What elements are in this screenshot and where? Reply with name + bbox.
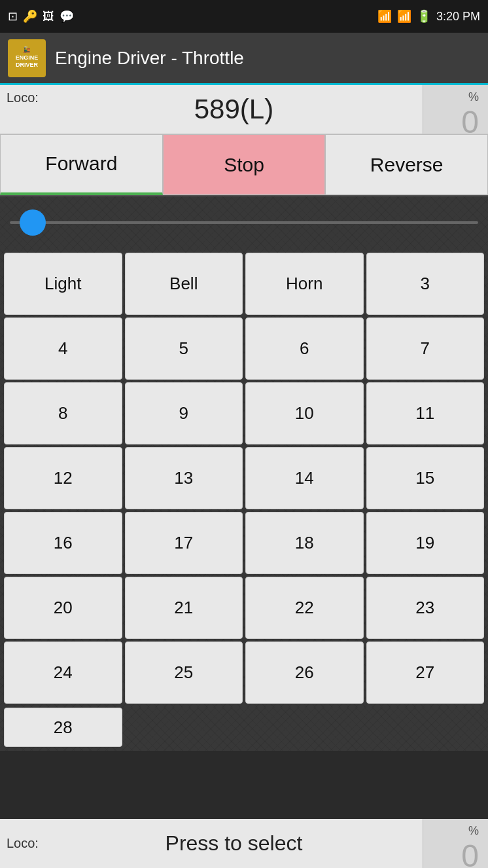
fn-btn-5[interactable]: 5 bbox=[125, 317, 243, 380]
press-to-select: Press to select bbox=[166, 831, 303, 856]
throttle-slider-track[interactable] bbox=[10, 221, 478, 224]
app-icon-1: ⊡ bbox=[8, 9, 18, 24]
fn-btn-6[interactable]: 6 bbox=[245, 317, 364, 380]
clock: 3:20 PM bbox=[436, 10, 480, 24]
fn-btn-27[interactable]: 27 bbox=[366, 642, 485, 704]
loco-label-bottom: Loco: bbox=[7, 836, 39, 851]
throttle-slider-area[interactable] bbox=[0, 196, 488, 249]
fn-btn-14[interactable]: 14 bbox=[245, 447, 364, 509]
fn-btn-12[interactable]: 12 bbox=[4, 447, 122, 509]
fn-btn-28[interactable]: 28 bbox=[4, 708, 122, 747]
fn-btn-11[interactable]: 11 bbox=[366, 382, 485, 444]
fn-btn-23[interactable]: 23 bbox=[366, 577, 485, 639]
fn-btn-21[interactable]: 21 bbox=[125, 577, 243, 639]
loco-right-area-top: % 0 v bbox=[423, 85, 488, 134]
fn-btn-16[interactable]: 16 bbox=[4, 512, 122, 574]
fn-btn-22[interactable]: 22 bbox=[245, 577, 364, 639]
direction-row: Forward Stop Reverse bbox=[0, 134, 488, 196]
fn-btn-bell[interactable]: Bell bbox=[125, 253, 243, 315]
fn-btn-20[interactable]: 20 bbox=[4, 577, 122, 639]
loco-label-top: Loco: bbox=[7, 90, 39, 105]
app-logo: 🚂ENGINEDRIVER bbox=[8, 39, 46, 77]
function-grid: Light Bell Horn 3 4 5 6 7 8 9 10 11 12 1… bbox=[0, 249, 488, 708]
function-grid-partial: 28 bbox=[0, 708, 488, 751]
fn-btn-10[interactable]: 10 bbox=[245, 382, 364, 444]
fn-btn-18[interactable]: 18 bbox=[245, 512, 364, 574]
loco-label-area-bottom: Loco: bbox=[0, 819, 45, 868]
loco-label-area-top: Loco: bbox=[0, 85, 45, 134]
app-bar: 🚂ENGINEDRIVER Engine Driver - Throttle bbox=[0, 33, 488, 85]
app-icon-2: 🔑 bbox=[23, 9, 37, 24]
fn-btn-light[interactable]: Light bbox=[4, 253, 122, 315]
battery-icon: 🔋 bbox=[417, 9, 431, 24]
loco-section-top[interactable]: Loco: 589(L) % 0 v bbox=[0, 85, 488, 134]
loco-speed-bottom: 0 bbox=[461, 838, 479, 868]
loco-number-top: 589(L) bbox=[194, 94, 273, 125]
fn-btn-horn[interactable]: Horn bbox=[245, 253, 364, 315]
status-bar-left: ⊡ 🔑 🖼 💬 bbox=[8, 9, 74, 24]
throttle-slider-thumb[interactable] bbox=[20, 209, 46, 236]
loco-value-area-bottom[interactable]: Press to select bbox=[45, 819, 423, 868]
app-icon-3: 🖼 bbox=[43, 10, 54, 24]
fn-btn-4[interactable]: 4 bbox=[4, 317, 122, 380]
status-bar-right: 📶 📶 🔋 3:20 PM bbox=[377, 9, 480, 24]
fn-btn-25[interactable]: 25 bbox=[125, 642, 243, 704]
fn-btn-7[interactable]: 7 bbox=[366, 317, 485, 380]
loco-value-area-top[interactable]: 589(L) bbox=[45, 85, 423, 134]
app-icon-4: 💬 bbox=[60, 9, 74, 24]
reverse-button[interactable]: Reverse bbox=[325, 134, 488, 195]
loco-section-bottom[interactable]: Loco: Press to select % 0 bbox=[0, 819, 488, 868]
loco-right-area-bottom: % 0 bbox=[423, 819, 488, 868]
fn-btn-3[interactable]: 3 bbox=[366, 253, 485, 315]
wifi-icon: 📶 bbox=[377, 9, 392, 24]
fn-btn-15[interactable]: 15 bbox=[366, 447, 485, 509]
fn-btn-8[interactable]: 8 bbox=[4, 382, 122, 444]
forward-button[interactable]: Forward bbox=[0, 134, 163, 195]
fn-btn-9[interactable]: 9 bbox=[125, 382, 243, 444]
fn-btn-19[interactable]: 19 bbox=[366, 512, 485, 574]
fn-btn-13[interactable]: 13 bbox=[125, 447, 243, 509]
loco-percent-bottom: % bbox=[468, 824, 479, 838]
fn-btn-24[interactable]: 24 bbox=[4, 642, 122, 704]
fn-btn-17[interactable]: 17 bbox=[125, 512, 243, 574]
app-title: Engine Driver - Throttle bbox=[55, 48, 244, 69]
signal-icon: 📶 bbox=[397, 9, 411, 24]
fn-btn-26[interactable]: 26 bbox=[245, 642, 364, 704]
loco-percent-top: % bbox=[468, 90, 479, 104]
stop-button[interactable]: Stop bbox=[163, 134, 326, 195]
status-bar: ⊡ 🔑 🖼 💬 📶 📶 🔋 3:20 PM bbox=[0, 0, 488, 33]
